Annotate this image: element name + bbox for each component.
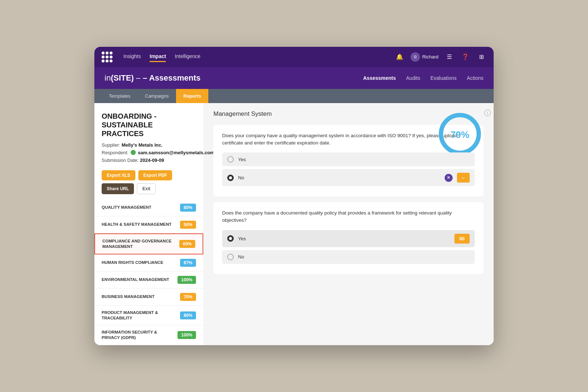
bell-icon[interactable]: 🔔 <box>395 52 405 62</box>
tab-bar: Templates Campaigns Reports <box>94 89 494 103</box>
category-name-0: QUALITY MANAGEMENT <box>102 205 151 210</box>
logo-dots <box>102 52 113 62</box>
answer-yes-1[interactable]: Yes <box>222 152 475 166</box>
top-nav: Insights Impact Intelligence 🔔 R Richard… <box>94 47 494 67</box>
left-panel: ONBOARDING - SUSTAINABLE PRACTICES Suppl… <box>94 103 203 346</box>
nav-impact[interactable]: Impact <box>150 53 166 61</box>
category-item-7[interactable]: INFORMATION SECURITY & PRIVACY (GDPR)100… <box>94 325 203 345</box>
answer-label-yes-1: Yes <box>238 157 470 162</box>
action-buttons: Export XLS Export PDF Share URL Exit <box>94 165 203 199</box>
top-nav-links: Insights Impact Intelligence <box>123 53 395 61</box>
category-item-0[interactable]: QUALITY MANAGEMENT80% <box>94 199 203 216</box>
category-name-6: PRODUCT MANAGEMENT & TRACEABILITY <box>102 310 174 321</box>
export-pdf-button[interactable]: Export PDF <box>138 170 172 180</box>
category-score-6: 86% <box>180 311 196 319</box>
tab-templates[interactable]: Templates <box>102 89 138 103</box>
category-name-2: COMPLIANCE AND GOVERNANCE MANAGEMENT <box>102 238 175 249</box>
answer-label-no-2: No <box>238 254 470 260</box>
category-item-3[interactable]: HUMAN RIGHTS COMPLIANCE87% <box>94 254 203 271</box>
answer-label-yes-2: Yes <box>238 236 450 241</box>
radio-no-1 <box>227 175 234 181</box>
category-item-5[interactable]: BUSINESS MANAGEMENT70% <box>94 289 203 306</box>
category-list: QUALITY MANAGEMENT80%HEALTH & SAFETY MAN… <box>94 199 203 346</box>
answer-no-1[interactable]: No ✕ – <box>222 169 475 186</box>
subnav-assessments[interactable]: Assessments <box>363 75 396 81</box>
category-name-1: HEALTH & SAFETY MANAGEMENT <box>102 222 172 227</box>
radio-yes-2 <box>227 235 234 242</box>
tab-reports[interactable]: Reports <box>176 89 208 103</box>
top-nav-right: 🔔 R Richard ☰ ❓ ⊞ <box>395 52 486 62</box>
expand-icon[interactable]: ⊞ <box>476 52 486 62</box>
right-panel: 79% i Management System Does your compan… <box>203 103 494 346</box>
answer-no-2[interactable]: No <box>222 250 475 264</box>
answer-yes-2[interactable]: Yes 80 <box>222 230 475 247</box>
main-content: ONBOARDING - SUSTAINABLE PRACTICES Suppl… <box>94 103 494 346</box>
user-menu[interactable]: R Richard <box>411 52 438 62</box>
category-item-4[interactable]: ENVIRONMENTAL MANAGEMENT100% <box>94 271 203 289</box>
subnav-evaluations[interactable]: Evaluations <box>430 75 457 81</box>
category-score-3: 87% <box>180 259 196 267</box>
app-logo <box>102 52 113 62</box>
share-url-button[interactable]: Share URL <box>102 183 134 194</box>
x-badge-1: ✕ <box>445 174 453 182</box>
info-icon[interactable]: i <box>484 110 491 116</box>
radio-no-2 <box>227 254 234 260</box>
sub-header: in(SITE) – – Assessments Assessments Aud… <box>94 67 494 89</box>
verified-icon <box>131 150 136 155</box>
score-tag-2: 80 <box>454 234 470 244</box>
submission-date: 2024-09-09 <box>140 158 164 163</box>
respondent-row: Respondent: sam.samsson@mellysmetals.com <box>102 150 196 155</box>
answer-label-no-1: No <box>238 175 440 180</box>
category-score-4: 100% <box>177 276 196 284</box>
app-title: in(SITE) – – Assessments <box>105 73 201 83</box>
subnav-actions[interactable]: Actions <box>467 75 483 81</box>
category-score-7: 100% <box>177 331 196 339</box>
avatar: R <box>411 52 420 62</box>
supplier-name: Melly's Metals Inc. <box>122 142 163 148</box>
score-circle-container: 79% i <box>436 110 483 159</box>
tab-campaigns[interactable]: Campaigns <box>138 89 176 103</box>
category-item-6[interactable]: PRODUCT MANAGEMENT & TRACEABILITY86% <box>94 306 203 326</box>
score-tag-1: – <box>457 173 470 183</box>
app-window: Insights Impact Intelligence 🔔 R Richard… <box>94 47 494 346</box>
supplier-row: Supplier: Melly's Metals Inc. <box>102 142 196 148</box>
nav-insights[interactable]: Insights <box>123 53 141 61</box>
question-block-2: Does the company have a documented quali… <box>213 202 483 274</box>
category-name-4: ENVIRONMENTAL MANAGEMENT <box>102 277 169 282</box>
category-name-5: BUSINESS MANAGEMENT <box>102 294 155 299</box>
menu-icon[interactable]: ☰ <box>444 52 454 62</box>
export-xls-button[interactable]: Export XLS <box>102 170 135 180</box>
score-value: 79% <box>450 129 469 140</box>
username: Richard <box>422 54 438 60</box>
category-name-7: INFORMATION SECURITY & PRIVACY (GDPR) <box>102 330 174 340</box>
submission-row: Submission Date: 2024-09-09 <box>102 158 196 163</box>
nav-intelligence[interactable]: Intelligence <box>175 53 200 61</box>
question-text-2: Does the company have a documented quali… <box>222 209 475 224</box>
category-score-5: 70% <box>180 293 196 301</box>
category-score-2: 60% <box>179 240 195 248</box>
respondent-email: sam.samsson@mellysmetals.com <box>138 150 215 155</box>
subnav-audits[interactable]: Audits <box>406 75 420 81</box>
category-item-1[interactable]: HEALTH & SAFETY MANAGEMENT50% <box>94 216 203 233</box>
report-title: ONBOARDING - SUSTAINABLE PRACTICES <box>94 112 203 138</box>
sub-nav-links: Assessments Audits Evaluations Actions <box>363 75 483 81</box>
category-score-0: 80% <box>180 204 196 212</box>
help-icon[interactable]: ❓ <box>460 52 470 62</box>
exit-button[interactable]: Exit <box>137 183 156 194</box>
radio-yes-1 <box>227 156 234 163</box>
report-meta: Supplier: Melly's Metals Inc. Respondent… <box>94 138 203 163</box>
category-name-3: HUMAN RIGHTS COMPLIANCE <box>102 260 163 265</box>
category-item-2[interactable]: COMPLIANCE AND GOVERNANCE MANAGEMENT60% <box>94 233 203 254</box>
category-score-1: 50% <box>180 221 196 229</box>
